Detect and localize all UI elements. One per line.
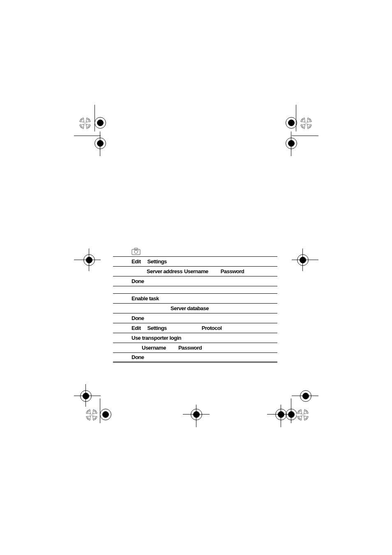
settings-label-2: Settings — [148, 325, 167, 331]
username-label-2: Username — [142, 345, 166, 351]
svg-point-2 — [134, 250, 138, 253]
server-database-row: Server database — [113, 304, 277, 313]
protocol-label: Protocol — [202, 325, 222, 331]
username-label: Username — [184, 268, 208, 274]
transporter-login-row: Use transporter login — [113, 333, 277, 343]
icon-row — [113, 246, 277, 257]
svg-point-3 — [138, 250, 139, 251]
done-row: Done — [113, 276, 277, 286]
use-transporter-login-label: Use transporter login — [131, 335, 181, 341]
document-content: Edit Settings Server address Username Pa… — [113, 246, 277, 363]
password-label: Password — [221, 268, 244, 274]
edit-label-2: Edit — [131, 325, 141, 331]
edit-settings-protocol-row: Edit Settings Protocol — [113, 323, 277, 333]
done-label-3: Done — [131, 354, 144, 360]
done-row-3: Done — [113, 353, 277, 363]
password-label-2: Password — [178, 345, 202, 351]
edit-label: Edit — [131, 258, 141, 265]
enable-task-row: Enable task — [113, 294, 277, 304]
done-label-2: Done — [131, 315, 144, 321]
done-label: Done — [131, 278, 144, 284]
edit-settings-row: Edit Settings — [113, 257, 277, 267]
username-password-row: Username Password — [113, 343, 277, 353]
empty-row — [113, 286, 277, 294]
done-row-2: Done — [113, 313, 277, 323]
camera-icon — [131, 248, 141, 255]
svg-rect-1 — [134, 248, 138, 250]
server-address-label: Server address — [147, 268, 182, 274]
enable-task-label: Enable task — [131, 295, 159, 302]
settings-label: Settings — [148, 258, 167, 265]
server-database-label: Server database — [171, 305, 209, 311]
server-credentials-row: Server address Username Password — [113, 267, 277, 276]
